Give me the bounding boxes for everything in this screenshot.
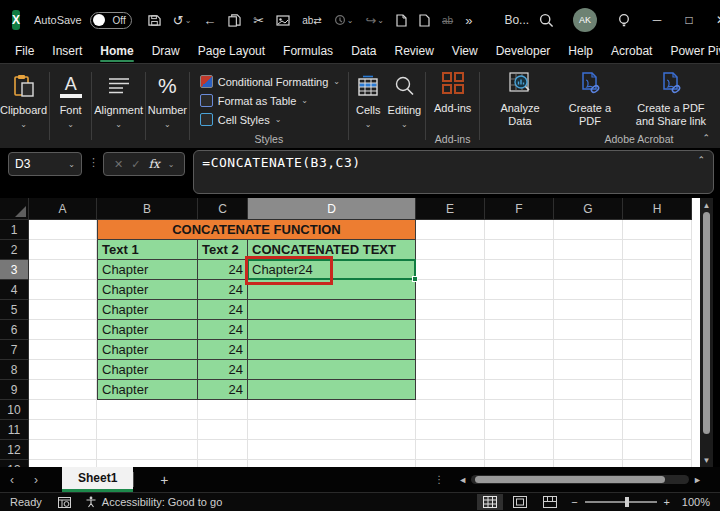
redo-icon[interactable]: ↪⌄ [365,13,384,28]
tab-home[interactable]: Home [91,41,142,62]
accessibility-icon[interactable] [85,496,97,508]
column-header-A[interactable]: A [29,198,97,220]
cell-E9[interactable] [416,380,485,400]
cell-E10[interactable] [416,400,485,420]
column-header-F[interactable]: F [485,198,554,220]
cell-A11[interactable] [29,420,97,440]
column-header-H[interactable]: H [623,198,692,220]
cell-D10[interactable] [248,400,416,420]
zoom-slider-thumb[interactable] [625,497,629,507]
cell-F13[interactable] [485,460,554,467]
cell-G5[interactable] [554,300,623,320]
row-header-3[interactable]: 3 [0,260,29,280]
tab-help[interactable]: Help [559,41,602,62]
previous-sheet-icon[interactable]: ‹ [10,473,14,487]
row-header-8[interactable]: 8 [0,360,29,380]
zoom-out-button[interactable]: − [571,496,577,508]
cell-A2[interactable] [29,240,97,260]
cell-F9[interactable] [485,380,554,400]
cell-G10[interactable] [554,400,623,420]
formula-bar-grip[interactable]: ⋮ [88,156,99,198]
cell-D13[interactable] [248,460,416,467]
cell-E2[interactable] [416,240,485,260]
add-sheet-button[interactable]: + [134,467,194,492]
zoom-percentage[interactable]: 100% [676,496,710,508]
cell-C13[interactable] [198,460,248,467]
cell-G11[interactable] [554,420,623,440]
add-ins-button[interactable]: Add-ins Add-ins [428,64,477,148]
cell-H8[interactable] [623,360,692,380]
create-pdf-button[interactable]: Create a PDF [558,64,622,134]
maximize-button[interactable]: □ [673,4,705,36]
cell-H10[interactable] [623,400,692,420]
zoom-slider[interactable] [585,501,657,503]
cell-E6[interactable] [416,320,485,340]
row-header-6[interactable]: 6 [0,320,29,340]
cancel-formula-icon[interactable]: ✕ [114,158,123,171]
ribbon-group-alignment[interactable]: Alignment ⌄ [94,64,143,148]
cell-D11[interactable] [248,420,416,440]
page-break-preview-icon[interactable] [537,494,563,510]
cell-B8[interactable]: Chapter [97,360,198,380]
format-as-table-button[interactable]: Format as Table ⌄ [200,91,340,110]
sheet-tab-sheet1[interactable]: Sheet1 [62,467,133,492]
cell-D5[interactable] [248,300,416,320]
cell-G12[interactable] [554,440,623,460]
cell-F3[interactable] [485,260,554,280]
cell-C10[interactable] [198,400,248,420]
open-document-icon[interactable] [419,14,430,27]
cell-H4[interactable] [623,280,692,300]
cell-H13[interactable] [623,460,692,467]
cell-B2[interactable]: Text 1 [97,240,198,260]
cell-A1[interactable] [29,220,97,240]
tab-page-layout[interactable]: Page Layout [189,41,274,62]
minimize-button[interactable]: ─ [641,4,673,36]
vertical-scrollbar[interactable]: ▲ ▼ [700,198,713,467]
cell-D4[interactable] [248,280,416,300]
horizontal-scroll-thumb[interactable] [475,476,665,483]
cell-D9[interactable] [248,380,416,400]
ribbon-group-editing[interactable]: Editing ⌄ [386,64,424,148]
autosave-toggle[interactable]: Off [90,12,132,29]
expand-formula-bar-icon[interactable]: ⌃ [697,155,705,165]
cell-A10[interactable] [29,400,97,420]
cell-H3[interactable] [623,260,692,280]
row-header-9[interactable]: 9 [0,380,29,400]
tab-power-pivot[interactable]: Power Pivot [661,41,720,62]
cell-A3[interactable] [29,260,97,280]
cell-F2[interactable] [485,240,554,260]
scroll-left-icon[interactable]: ◄ [458,475,467,485]
cell-F10[interactable] [485,400,554,420]
column-header-E[interactable]: E [416,198,485,220]
ribbon-group-clipboard[interactable]: Clipboard ⌄ [0,64,47,148]
macro-record-icon[interactable] [58,497,71,508]
row-header-13[interactable]: 13 [0,460,29,467]
column-header-D[interactable]: D [248,198,416,220]
tab-review[interactable]: Review [385,41,442,62]
tab-view[interactable]: View [443,41,487,62]
zoom-in-button[interactable]: + [664,496,670,508]
cut-icon[interactable]: ✂ [253,13,264,28]
scroll-up-icon[interactable]: ▲ [703,198,711,212]
cell-G8[interactable] [554,360,623,380]
cell-E7[interactable] [416,340,485,360]
cell-F7[interactable] [485,340,554,360]
scroll-down-icon[interactable]: ▼ [703,453,711,467]
new-document-icon[interactable] [396,14,407,27]
cell-C6[interactable]: 24 [198,320,248,340]
column-header-C[interactable]: C [198,198,248,220]
excel-logo-icon[interactable]: X [12,10,20,30]
cell-A9[interactable] [29,380,97,400]
cell-G9[interactable] [554,380,623,400]
normal-view-icon[interactable] [477,494,503,510]
row-header-1[interactable]: 1 [0,220,29,240]
cell-B5[interactable]: Chapter [97,300,198,320]
row-header-4[interactable]: 4 [0,280,29,300]
cell-E5[interactable] [416,300,485,320]
cell-A13[interactable] [29,460,97,467]
cell-B4[interactable]: Chapter [97,280,198,300]
cell-A5[interactable] [29,300,97,320]
cell-F1[interactable] [485,220,554,240]
cell-C3[interactable]: 24 [198,260,248,280]
select-all-corner[interactable] [0,198,29,220]
